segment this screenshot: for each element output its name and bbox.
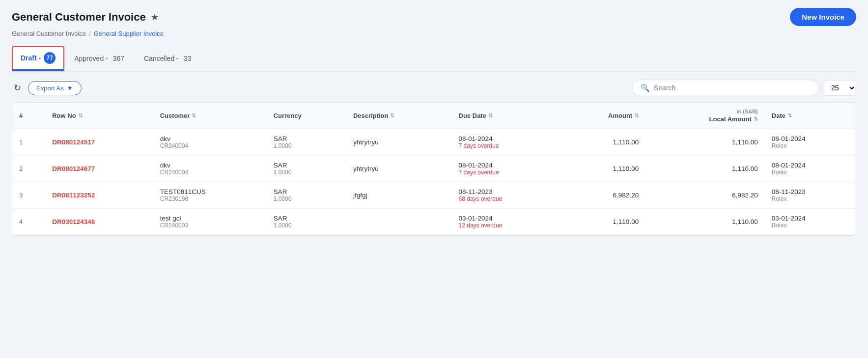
toolbar: ↻ Export As ▼ 🔍 25 50 100: [12, 72, 856, 102]
cell-row-no[interactable]: DR081123252: [45, 182, 153, 209]
cell-currency: SAR 1.0000: [267, 156, 346, 182]
col-amount[interactable]: Amount ⇅: [561, 103, 645, 129]
due-date-value: 08-01-2024: [459, 162, 555, 169]
overdue-label: 7 days overdue: [459, 169, 555, 176]
col-description[interactable]: Description ⇅: [346, 103, 452, 129]
table-body: 1 DR080124517 dkv CR240004 SAR 1.0000 yh…: [12, 129, 856, 235]
customer-name: dkv: [160, 162, 260, 169]
tab-draft-label: Draft -: [21, 54, 41, 62]
customer-sort-icon[interactable]: ⇅: [192, 113, 196, 118]
breadcrumb-separator: /: [89, 30, 91, 37]
refresh-button[interactable]: ↻: [12, 81, 23, 95]
currency-rate: 1.0000: [274, 222, 339, 229]
cell-currency: SAR 1.0000: [267, 182, 346, 209]
table-row[interactable]: 3 DR081123252 TEST0811CUS CR230198 SAR 1…: [12, 182, 856, 209]
cell-local-amount: 6,982.20: [645, 182, 765, 209]
overdue-label: 12 days overdue: [459, 222, 555, 229]
cell-amount: 1,110.00: [561, 156, 645, 182]
tab-approved-count: 367: [113, 55, 124, 62]
overdue-label: 68 days overdue: [459, 195, 555, 202]
description-sort-icon[interactable]: ⇅: [390, 113, 394, 118]
star-icon[interactable]: ★: [151, 12, 159, 23]
date-value: 08-11-2023: [772, 188, 849, 195]
cell-due-date: 08-01-2024 7 days overdue: [452, 156, 561, 182]
due-date-value: 08-01-2024: [459, 135, 555, 142]
overdue-label: 7 days overdue: [459, 142, 555, 149]
tab-cancelled-count: 33: [184, 55, 192, 62]
currency-code: SAR: [274, 188, 339, 195]
currency-rate: 1.0000: [274, 142, 339, 149]
currency-code: SAR: [274, 162, 339, 169]
tab-draft[interactable]: Draft - 77: [12, 46, 64, 71]
export-button[interactable]: Export As ▼: [28, 81, 82, 95]
local-amount-sort-icon[interactable]: ⇅: [754, 116, 758, 122]
col-date[interactable]: Date ⇅: [765, 103, 856, 129]
search-icon: 🔍: [641, 83, 650, 92]
col-row-no[interactable]: Row No ⇅: [45, 103, 153, 129]
cell-row-no[interactable]: DR080124517: [45, 129, 153, 156]
col-customer[interactable]: Customer ⇅: [153, 103, 267, 129]
date-sub: Rolex: [772, 169, 849, 176]
customer-name: TEST0811CUS: [160, 188, 260, 195]
export-label: Export As: [36, 84, 64, 92]
header-left: General Customer Invoice ★: [12, 11, 159, 24]
customer-id: CR230198: [160, 195, 260, 202]
table-row[interactable]: 2 DR080124677 dkv CR240004 SAR 1.0000 yh…: [12, 156, 856, 182]
tab-approved[interactable]: Approved - 367: [64, 49, 134, 69]
table-row[interactable]: 1 DR080124517 dkv CR240004 SAR 1.0000 yh…: [12, 129, 856, 156]
due-date-sort-icon[interactable]: ⇅: [488, 113, 493, 118]
cell-description: jfgfgj: [346, 182, 452, 209]
cell-customer: dkv CR240004: [153, 129, 267, 156]
breadcrumb-link[interactable]: General Supplier Invoice: [94, 30, 164, 37]
breadcrumb: General Customer Invoice / General Suppl…: [12, 30, 856, 37]
date-sub: Rolex: [772, 142, 849, 149]
customer-name: dkv: [160, 135, 260, 142]
cell-amount: 1,110.00: [561, 209, 645, 235]
invoice-link[interactable]: DR080124677: [52, 165, 95, 172]
amount-sort-icon[interactable]: ⇅: [634, 113, 639, 118]
customer-id: CR240004: [160, 169, 260, 176]
sar-label: in (SAR): [652, 109, 758, 114]
currency-code: SAR: [274, 135, 339, 142]
row-no-sort-icon[interactable]: ⇅: [78, 113, 83, 118]
customer-name: test gci: [160, 215, 260, 222]
customer-id: CR240003: [160, 222, 260, 229]
cell-description: yhtrytryu: [346, 156, 452, 182]
cell-description: [346, 209, 452, 235]
invoice-link[interactable]: DR080124517: [52, 138, 95, 146]
due-date-value: 03-01-2024: [459, 215, 555, 222]
invoice-link[interactable]: DR081123252: [52, 192, 95, 199]
cell-row-no[interactable]: DR080124677: [45, 156, 153, 182]
cell-num: 4: [12, 209, 45, 235]
table-container: # Row No ⇅ Customer ⇅ Currency: [12, 102, 856, 236]
due-date-value: 08-11-2023: [459, 188, 555, 195]
col-due-date[interactable]: Due Date ⇅: [452, 103, 561, 129]
cell-currency: SAR 1.0000: [267, 129, 346, 156]
cell-due-date: 08-11-2023 68 days overdue: [452, 182, 561, 209]
breadcrumb-current: General Customer Invoice: [12, 30, 86, 37]
date-sort-icon[interactable]: ⇅: [787, 113, 792, 118]
cell-customer: dkv CR240004: [153, 156, 267, 182]
invoice-link[interactable]: DR030124348: [52, 218, 95, 225]
tab-cancelled[interactable]: Cancelled - 33: [134, 49, 201, 69]
cell-amount: 6,982.20: [561, 182, 645, 209]
date-sub: Rolex: [772, 195, 849, 202]
customer-id: CR240004: [160, 142, 260, 149]
date-value: 08-01-2024: [772, 135, 849, 142]
search-input[interactable]: [654, 84, 811, 92]
col-currency: Currency: [267, 103, 346, 129]
col-local-amount[interactable]: in (SAR) Local Amount ⇅: [645, 103, 765, 129]
cell-row-no[interactable]: DR030124348: [45, 209, 153, 235]
cell-num: 3: [12, 182, 45, 209]
tab-cancelled-label: Cancelled -: [144, 55, 181, 62]
page: General Customer Invoice ★ New Invoice G…: [0, 0, 868, 358]
date-value: 08-01-2024: [772, 162, 849, 169]
per-page-select[interactable]: 25 50 100: [824, 80, 856, 96]
cell-local-amount: 1,110.00: [645, 156, 765, 182]
new-invoice-button[interactable]: New Invoice: [790, 8, 856, 26]
table-row[interactable]: 4 DR030124348 test gci CR240003 SAR 1.00…: [12, 209, 856, 235]
cell-date: 08-01-2024 Rolex: [765, 156, 856, 182]
cell-date: 03-01-2024 Rolex: [765, 209, 856, 235]
tab-draft-count: 77: [44, 52, 56, 64]
cell-customer: test gci CR240003: [153, 209, 267, 235]
